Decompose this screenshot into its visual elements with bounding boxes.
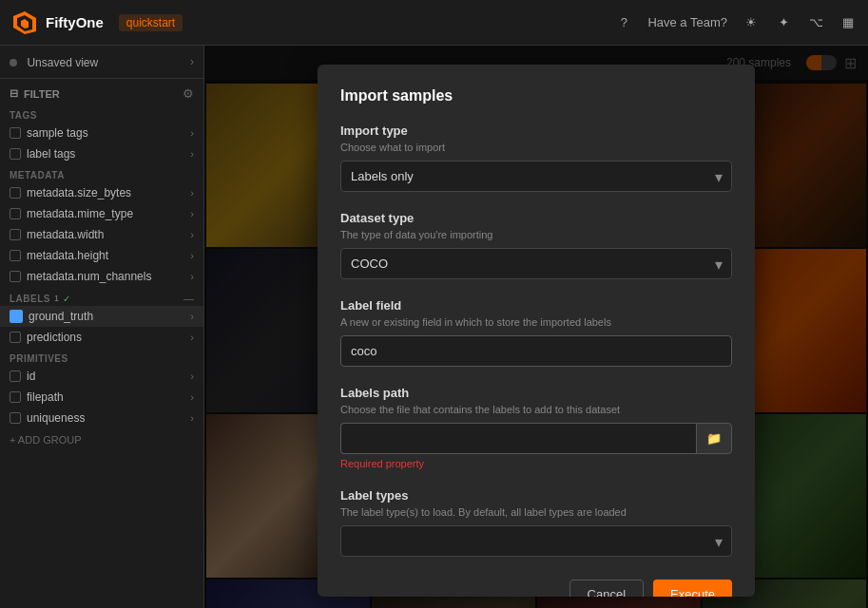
labels-path-row: 📁 [340, 423, 732, 454]
cancel-button[interactable]: Cancel [569, 580, 644, 597]
metadata-channels-expand-icon[interactable]: › [190, 271, 194, 282]
import-type-select[interactable]: Labels only Samples Labels and samples [340, 161, 732, 192]
metadata-size-expand-icon[interactable]: › [190, 187, 194, 199]
label-types-section: Label types The label type(s) to load. B… [340, 488, 732, 557]
dataset-badge[interactable]: quickstart [119, 14, 183, 31]
dataset-type-label: Dataset type [340, 211, 732, 225]
labels-collapse-icon[interactable]: — [183, 293, 194, 304]
sidebar-item-metadata-height[interactable]: metadata.height › [0, 245, 203, 266]
labels-path-browse-button[interactable]: 📁 [696, 423, 732, 454]
topbar: FiftyOne quickstart ? Have a Team? ☀ ✦ ⌥… [0, 0, 868, 46]
sidebar-item-id[interactable]: id › [0, 366, 203, 387]
view-dot [10, 59, 17, 66]
modal-overlay: Import samples Import type Choose what t… [204, 46, 868, 608]
filter-settings-icon[interactable]: ⚙ [183, 86, 194, 101]
main-layout: Unsaved view › ⊟ FILTER ⚙ TAGS sample ta… [0, 46, 868, 608]
grid-icon[interactable]: ✦ [775, 14, 792, 31]
import-type-label: Import type [340, 124, 732, 138]
dataset-type-select[interactable]: COCO VOC YOLO [340, 248, 732, 279]
topbar-right: ? Have a Team? ☀ ✦ ⌥ ▦ [615, 14, 857, 31]
id-expand-icon[interactable]: › [190, 370, 194, 382]
modal-title: Import samples [340, 87, 732, 104]
labels-section-title: LABELS [10, 294, 50, 304]
dataset-type-select-wrapper: COCO VOC YOLO [340, 248, 732, 279]
metadata-mime-checkbox[interactable] [10, 208, 21, 219]
metadata-channels-checkbox[interactable] [10, 271, 21, 282]
metadata-width-checkbox[interactable] [10, 229, 21, 240]
label-tags-expand-icon[interactable]: › [190, 148, 194, 160]
import-samples-modal: Import samples Import type Choose what t… [318, 65, 755, 597]
metadata-size-label: metadata.size_bytes [27, 186, 131, 200]
sidebar-item-filepath[interactable]: filepath › [0, 387, 203, 408]
metadata-width-expand-icon[interactable]: › [190, 229, 194, 240]
label-types-select-wrapper: Detection Segmentation Keypoints [340, 525, 732, 557]
sidebar-item-metadata-width[interactable]: metadata.width › [0, 224, 203, 245]
labels-count-badge: 1 [54, 294, 59, 303]
id-label: id [27, 370, 35, 383]
filter-funnel-icon: ⊟ [10, 87, 18, 100]
sample-tags-expand-icon[interactable]: › [190, 127, 194, 139]
help-icon[interactable]: ? [615, 14, 632, 31]
github-icon[interactable]: ⌥ [807, 14, 824, 31]
sidebar-item-predictions[interactable]: predictions › [0, 327, 203, 348]
logo-icon [11, 10, 38, 36]
predictions-expand-icon[interactable]: › [190, 332, 194, 343]
add-group-button[interactable]: + ADD GROUP [0, 428, 203, 451]
sidebar-item-metadata-size[interactable]: metadata.size_bytes › [0, 182, 203, 203]
metadata-size-checkbox[interactable] [10, 187, 21, 199]
sidebar-item-ground-truth[interactable]: ground_truth › [0, 306, 203, 327]
logo[interactable]: FiftyOne [11, 10, 104, 36]
predictions-checkbox[interactable] [10, 332, 21, 343]
sidebar-item-metadata-channels[interactable]: metadata.num_channels › [0, 266, 203, 287]
labels-path-sublabel: Choose the file that contains the labels… [340, 404, 732, 415]
predictions-label: predictions [27, 331, 82, 344]
label-field-input[interactable] [340, 335, 732, 367]
uniqueness-checkbox[interactable] [10, 412, 21, 424]
filter-header: ⊟ FILTER ⚙ [0, 79, 203, 104]
metadata-height-checkbox[interactable] [10, 250, 21, 261]
metadata-width-label: metadata.width [27, 228, 104, 241]
label-tags-checkbox[interactable] [10, 148, 21, 160]
dataset-type-section: Dataset type The type of data you're imp… [340, 211, 732, 279]
sample-tags-label: sample tags [27, 126, 88, 140]
filepath-expand-icon[interactable]: › [190, 391, 194, 403]
content-area: 200 samples ⊞ Import samples [204, 46, 868, 608]
uniqueness-label: uniqueness [27, 411, 85, 425]
label-types-select[interactable]: Detection Segmentation Keypoints [340, 525, 732, 557]
labels-path-input[interactable] [340, 423, 696, 454]
metadata-height-expand-icon[interactable]: › [190, 250, 194, 261]
ground-truth-expand-icon[interactable]: › [190, 311, 194, 322]
metadata-height-label: metadata.height [27, 249, 108, 262]
label-types-label: Label types [340, 488, 732, 503]
import-type-section: Import type Choose what to import Labels… [340, 124, 732, 192]
sidebar-item-label-tags[interactable]: label tags › [0, 143, 203, 164]
uniqueness-expand-icon[interactable]: › [190, 412, 194, 424]
label-types-sublabel: The label type(s) to load. By default, a… [340, 506, 732, 518]
modal-footer: Cancel Execute [340, 580, 732, 597]
filepath-checkbox[interactable] [10, 391, 21, 403]
tags-section-title: TAGS [0, 104, 203, 123]
metadata-mime-label: metadata.mime_type [27, 207, 133, 220]
metadata-channels-label: metadata.num_channels [27, 270, 151, 283]
labels-path-label: Labels path [340, 386, 732, 400]
execute-button[interactable]: Execute [653, 580, 732, 597]
view-row[interactable]: Unsaved view › [0, 46, 203, 79]
sidebar: Unsaved view › ⊟ FILTER ⚙ TAGS sample ta… [0, 46, 204, 608]
id-checkbox[interactable] [10, 370, 21, 382]
folder-icon: 📁 [706, 431, 722, 446]
primitives-section-title: PRIMITIVES [0, 348, 203, 366]
sun-icon[interactable]: ☀ [743, 14, 760, 31]
dataset-type-sublabel: The type of data you're importing [340, 229, 732, 240]
sidebar-item-metadata-mime[interactable]: metadata.mime_type › [0, 203, 203, 224]
menu-icon[interactable]: ▦ [839, 14, 857, 31]
labels-check-icon: ✓ [63, 294, 70, 304]
sample-tags-checkbox[interactable] [10, 127, 21, 139]
view-chevron-icon: › [190, 55, 194, 68]
filter-title-label: ⊟ FILTER [10, 87, 60, 100]
metadata-mime-expand-icon[interactable]: › [190, 208, 194, 219]
unsaved-view-label: Unsaved view [27, 56, 98, 69]
sidebar-item-sample-tags[interactable]: sample tags › [0, 123, 203, 143]
metadata-section-title: METADATA [0, 164, 203, 182]
label-field-label: Label field [340, 298, 732, 313]
sidebar-item-uniqueness[interactable]: uniqueness › [0, 408, 203, 428]
